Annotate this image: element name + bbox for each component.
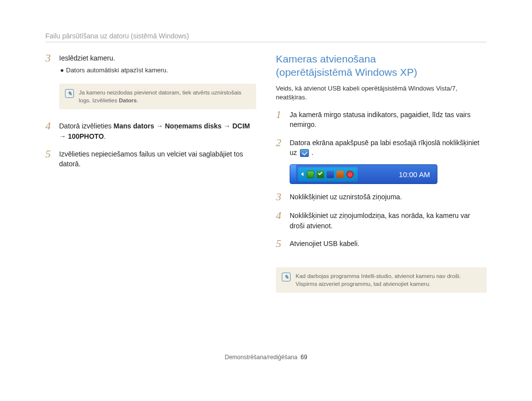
tray-alert-icon bbox=[346, 171, 354, 178]
step-text: Izvēlieties nepieciešamos failus un velc… bbox=[59, 148, 256, 169]
footer-label: Demonstrēšana/rediģēšana bbox=[225, 354, 297, 361]
note-icon: ✎ bbox=[65, 89, 74, 98]
step-number: 5 bbox=[45, 148, 54, 169]
section-title: Kameras atvienošana (operētājsistēmā Win… bbox=[276, 52, 487, 79]
step-text: Noklikšķiniet uz uznirstošā ziņojuma. bbox=[290, 191, 402, 203]
taskbar-clock: 10:00 AM bbox=[399, 170, 430, 179]
right-step-1: 1 Ja kamerā mirgo statusa indikators, pa… bbox=[276, 109, 487, 130]
step-number: 3 bbox=[276, 191, 285, 203]
left-column: 3 Ieslēdziet kameru. ● Dators automātisk… bbox=[45, 52, 256, 293]
right-step-5: 5 Atvienojiet USB kabeli. bbox=[276, 238, 487, 249]
taskbar-edge bbox=[290, 165, 296, 184]
step-text: Noklikšķiniet uz ziņojumlodziņa, kas nor… bbox=[290, 210, 487, 231]
page-header: Failu pārsūtīšana uz datoru (sistēmā Win… bbox=[45, 32, 487, 42]
note-text: Ja kameru neizdodas pievienot datoram, t… bbox=[79, 89, 250, 104]
step-number: 4 bbox=[276, 210, 285, 231]
tray-expand-icon bbox=[301, 172, 303, 176]
bullet-text: Dators automātiski atpazīst kameru. bbox=[66, 66, 168, 75]
note-box: ✎ Ja kameru neizdodas pievienot datoram,… bbox=[59, 84, 256, 109]
tray-shield-icon bbox=[317, 171, 324, 178]
right-step-2: 2 Datora ekrāna apakšpusē pa labi esošaj… bbox=[276, 137, 487, 158]
system-tray bbox=[298, 167, 358, 182]
step-text: Ieslēdziet kameru. bbox=[59, 54, 115, 62]
step-text: Datorā izvēlieties Mans dators → Noņemam… bbox=[59, 120, 256, 141]
tray-hardware-icon bbox=[307, 171, 314, 178]
step-text: Atvienojiet USB kabeli. bbox=[290, 238, 360, 249]
right-column: Kameras atvienošana (operētājsistēmā Win… bbox=[276, 52, 487, 293]
note-text: Kad darbojas programma Intelli-studio, a… bbox=[296, 272, 481, 288]
bullet-dot: ● bbox=[60, 66, 62, 75]
taskbar-screenshot: 10:00 AM bbox=[290, 164, 437, 184]
step-text: Ja kamerā mirgo statusa indikators, paga… bbox=[290, 109, 487, 130]
left-step-3: 3 Ieslēdziet kameru. ● Dators automātisk… bbox=[45, 52, 256, 77]
tray-network-icon bbox=[327, 171, 334, 178]
note-box: ✎ Kad darbojas programma Intelli-studio,… bbox=[276, 267, 487, 293]
page-number: 69 bbox=[300, 354, 307, 361]
step-number: 4 bbox=[45, 120, 54, 141]
left-step-5: 5 Izvēlieties nepieciešamos failus un ve… bbox=[45, 148, 256, 169]
right-step-3: 3 Noklikšķiniet uz uznirstošā ziņojuma. bbox=[276, 191, 487, 203]
bullet-item: ● Dators automātiski atpazīst kameru. bbox=[60, 66, 168, 75]
right-step-4: 4 Noklikšķiniet uz ziņojumlodziņa, kas n… bbox=[276, 210, 487, 231]
step-number: 2 bbox=[276, 137, 285, 158]
tray-volume-icon bbox=[336, 171, 344, 178]
page-footer: Demonstrēšana/rediģēšana 69 bbox=[0, 354, 532, 361]
note-icon: ✎ bbox=[282, 273, 291, 281]
step-number: 5 bbox=[276, 238, 285, 249]
step-number: 1 bbox=[276, 109, 285, 130]
step-text: Datora ekrāna apakšpusē pa labi esošajā … bbox=[290, 137, 487, 158]
step-number: 3 bbox=[45, 52, 54, 77]
section-intro: Veids, kā atvienot USB kabeli operētājsi… bbox=[276, 84, 487, 102]
left-step-4: 4 Datorā izvēlieties Mans dators → Noņem… bbox=[45, 120, 256, 141]
safely-remove-icon bbox=[300, 149, 309, 157]
